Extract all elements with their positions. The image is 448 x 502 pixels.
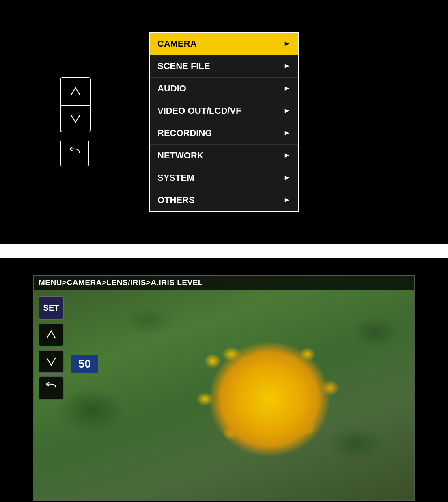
overlay-down-icon [44,354,58,369]
section-gap [0,244,448,258]
menu-item-network[interactable]: NETWORK ► [150,145,298,167]
menu-item-others[interactable]: OTHERS ► [150,189,298,211]
overlay-back-button[interactable] [39,376,64,400]
menu-item-arrow-others: ► [283,196,291,204]
menu-item-label-network: NETWORK [157,150,204,161]
label-1: 1 [26,87,30,97]
down-button[interactable] [61,105,90,132]
label-3-container: 3 [222,222,226,244]
breadcrumb-bar: MENU>CAMERA>LENS/IRIS>A.IRIS LEVEL [34,276,414,290]
breadcrumb-text: MENU>CAMERA>LENS/IRIS>A.IRIS LEVEL [39,278,203,287]
menu-item-system[interactable]: SYSTEM ► [150,167,298,189]
overlay-back-icon [43,381,59,395]
camera-view: MENU>CAMERA>LENS/IRIS>A.IRIS LEVEL SET [33,275,415,501]
overlay-up-icon [44,327,58,342]
menu-item-scene-file[interactable]: SCENE FILE ► [150,55,298,78]
menu-item-label-camera: CAMERA [157,39,197,49]
page-wrapper: 1 2 [0,0,448,502]
menu-item-label-audio: AUDIO [157,83,186,94]
label-4: 4 [23,267,27,277]
menu-item-arrow-video-out: ► [283,106,291,115]
top-section: 1 2 [0,0,448,244]
up-button[interactable] [61,78,90,105]
menu-item-arrow-audio: ► [283,84,291,93]
nav-panel [60,77,91,167]
value-text: 50 [78,357,91,370]
menu-item-arrow-recording: ► [283,129,291,137]
menu-item-video-out[interactable]: VIDEO OUT/LCD/VF ► [150,100,298,122]
menu-item-label-scene-file: SCENE FILE [157,61,210,71]
label-3-line [224,222,224,234]
up-arrow-icon [68,84,83,99]
overlay-controls: SET [39,296,64,400]
label-3: 3 [222,234,226,244]
overlay-up-button[interactable] [39,323,64,346]
menu-item-arrow-network: ► [283,151,291,160]
menu-item-label-recording: RECORDING [157,128,212,138]
label-4-line [30,272,64,273]
label-2: 2 [26,179,30,188]
menu-item-label-video-out: VIDEO OUT/LCD/VF [157,106,241,116]
menu-item-recording[interactable]: RECORDING ► [150,122,298,145]
down-arrow-icon [68,111,83,126]
menu-item-label-system: SYSTEM [157,173,194,183]
bottom-section: 4 5 MENU>CAMERA>LENS/IRIS>A.IRIS LEVEL S… [0,258,448,502]
set-label: SET [43,303,59,313]
label-2-line [36,184,55,184]
label-1-line [36,92,56,93]
menu-item-arrow-scene-file: ► [283,62,291,70]
nav-arrows-group [60,77,91,132]
back-arrow-icon [67,146,82,160]
label-5: 5 [23,301,27,310]
back-button[interactable] [61,140,88,167]
menu-item-arrow-camera: ► [283,39,291,48]
value-badge: 50 [71,355,98,373]
leaf-overlay [34,276,414,500]
overlay-down-button[interactable] [39,350,64,373]
menu-item-audio[interactable]: AUDIO ► [150,78,298,100]
set-button[interactable]: SET [39,296,64,320]
menu-item-camera[interactable]: CAMERA ► [150,33,298,55]
back-btn-wrapper [60,140,89,167]
menu-item-arrow-system: ► [283,173,291,182]
menu-item-label-others: OTHERS [157,195,195,206]
menu-panel: CAMERA ► SCENE FILE ► AUDIO ► VIDEO OUT/… [149,32,299,212]
